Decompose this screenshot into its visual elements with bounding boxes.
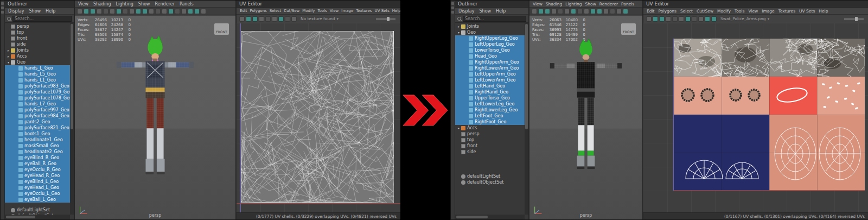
outliner-item[interactable]: defaultLightSet: [5, 207, 70, 213]
uv-canvas[interactable]: [237, 23, 400, 212]
menu-item[interactable]: Show: [29, 8, 41, 14]
tool-icon[interactable]: [162, 9, 167, 14]
panel-grip-icon[interactable]: [1, 11, 4, 14]
menu-item[interactable]: Select: [270, 8, 282, 14]
tool-icon[interactable]: [616, 9, 622, 14]
outliner-item[interactable]: ▸ Accs: [455, 125, 525, 131]
outliner-item[interactable]: hands_L_Geo: [5, 65, 70, 71]
outliner-item[interactable]: eyeBlind_L_Geo: [5, 179, 70, 185]
tool-icon[interactable]: [571, 9, 576, 14]
outliner-search-input[interactable]: [463, 16, 526, 22]
menu-item[interactable]: Help: [819, 8, 828, 14]
tool-icon[interactable]: [116, 9, 122, 14]
menu-item[interactable]: Polygons: [659, 8, 676, 14]
menu-item[interactable]: Polygons: [250, 8, 267, 14]
tool-icon[interactable]: [685, 16, 691, 22]
menu-item[interactable]: Textures: [778, 8, 795, 14]
expand-arrow-icon[interactable]: ▸: [457, 23, 461, 29]
outliner-horizontal-scrollbar[interactable]: [5, 215, 70, 219]
outliner-item[interactable]: LeftLowerLeg_Geo: [455, 101, 525, 107]
outliner-item[interactable]: polySurface984_Geo: [5, 113, 70, 119]
menu-item[interactable]: Textures: [356, 8, 372, 14]
outliner-item[interactable]: ▸ Joints: [5, 47, 70, 53]
menu-item[interactable]: Display: [8, 8, 24, 14]
menu-item[interactable]: Renderer: [155, 1, 175, 7]
tool-icon[interactable]: [188, 9, 193, 14]
outliner-horizontal-scrollbar[interactable]: [455, 215, 525, 219]
panel-grip-icon[interactable]: [1, 2, 4, 5]
tool-icon[interactable]: [538, 9, 544, 14]
outliner-item[interactable]: boots1_Geo: [5, 131, 70, 137]
menu-item[interactable]: Cut/Sew: [697, 8, 713, 14]
tool-icon[interactable]: [252, 16, 258, 22]
tool-icon[interactable]: [272, 16, 277, 22]
outliner-item[interactable]: hands_L5_Geo: [5, 71, 70, 77]
menu-item[interactable]: Modify: [302, 8, 315, 14]
tool-icon[interactable]: [603, 9, 609, 14]
outliner-item[interactable]: RightHand_Geo: [455, 89, 525, 95]
outliner-vertical-scrollbar[interactable]: [525, 23, 528, 215]
tool-icon[interactable]: [149, 9, 154, 14]
tool-icon[interactable]: [278, 16, 284, 22]
outliner-item[interactable]: eyeOcclu_L_Geo: [5, 191, 70, 197]
menu-item[interactable]: Lighting: [116, 1, 133, 7]
uv-canvas[interactable]: [643, 23, 868, 212]
tool-icon[interactable]: [698, 16, 704, 22]
menu-item[interactable]: Shading: [93, 1, 111, 7]
tool-icon[interactable]: [711, 16, 717, 22]
tool-icon[interactable]: [659, 16, 665, 22]
outliner-item[interactable]: headInnate2_Geo: [5, 149, 70, 155]
outliner-item[interactable]: RightUpperArm_Geo: [455, 59, 525, 65]
panel-grip-icon[interactable]: [451, 2, 454, 5]
menu-item[interactable]: Image: [762, 8, 775, 14]
outliner-item[interactable]: UpperTorso_Geo: [455, 95, 525, 101]
tool-icon[interactable]: [77, 9, 82, 14]
tool-icon[interactable]: [285, 16, 290, 22]
menu-item[interactable]: Help: [496, 8, 506, 14]
outliner-item[interactable]: front: [5, 35, 70, 41]
menu-item[interactable]: Show: [480, 8, 492, 14]
scrollbar-thumb[interactable]: [71, 24, 73, 129]
texture-selector[interactable]: Swat_Police_Arms.png: [719, 16, 771, 21]
tool-icon[interactable]: [584, 9, 589, 14]
outliner-item[interactable]: eyeBall_R_Geo: [5, 161, 70, 167]
menu-item[interactable]: Edit: [647, 8, 655, 14]
tool-icon[interactable]: [97, 9, 102, 14]
tool-icon[interactable]: [705, 16, 710, 22]
menu-item[interactable]: Shading: [546, 1, 562, 7]
outliner-item[interactable]: RightFoot_Geo: [455, 119, 525, 125]
character-model[interactable]: [549, 37, 623, 185]
outliner-item[interactable]: LeftUpperArm_Geo: [455, 71, 525, 77]
tool-icon[interactable]: [532, 9, 537, 14]
tool-icon[interactable]: [90, 9, 95, 14]
tool-icon[interactable]: [590, 9, 596, 14]
menu-item[interactable]: Display: [458, 8, 475, 14]
outliner-item[interactable]: LeftFoot_Geo: [455, 113, 525, 119]
tool-icon[interactable]: [551, 9, 557, 14]
menu-item[interactable]: Panels: [180, 1, 194, 7]
outliner-item[interactable]: side: [455, 149, 525, 155]
tool-icon[interactable]: [103, 9, 108, 14]
expand-arrow-icon[interactable]: ▸: [457, 125, 461, 131]
panel-grip-icon[interactable]: [451, 11, 454, 14]
panel-grip-icon[interactable]: [1, 7, 4, 9]
outliner-item[interactable]: pants2_Geo: [5, 119, 70, 125]
tool-icon[interactable]: [291, 16, 297, 22]
tool-icon[interactable]: [110, 9, 115, 14]
outliner-item[interactable]: ▸ Accs: [5, 53, 70, 59]
outliner-item[interactable]: RightUpperLeg_Geo: [455, 35, 525, 41]
menu-item[interactable]: Cut/Sew: [284, 8, 299, 14]
tool-icon[interactable]: [610, 9, 615, 14]
tool-icon[interactable]: [259, 16, 264, 22]
menu-item[interactable]: Tools: [317, 8, 327, 14]
tool-icon[interactable]: [666, 16, 671, 22]
menu-item[interactable]: UV Sets: [799, 8, 815, 14]
tool-icon[interactable]: [623, 9, 628, 14]
panel-grip-icon[interactable]: [451, 7, 454, 9]
tool-icon[interactable]: [679, 16, 684, 22]
outliner-item[interactable]: ▾ Geo: [455, 29, 525, 35]
outliner-item[interactable]: eyeOcclu_R_Geo: [5, 167, 70, 173]
tool-icon[interactable]: [175, 9, 180, 14]
outliner-item[interactable]: eyeHead_R_Geo: [5, 173, 70, 179]
tool-icon[interactable]: [646, 16, 652, 22]
